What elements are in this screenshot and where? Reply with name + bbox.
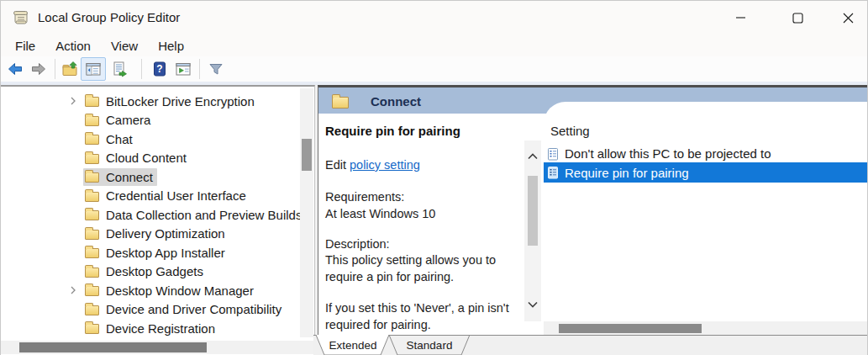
- tab-extended[interactable]: Extended: [316, 335, 389, 355]
- tab-standard[interactable]: Standard: [389, 335, 470, 355]
- folder-icon: [85, 286, 99, 296]
- settings-list-surface: [544, 102, 868, 337]
- requirements-value: At least Windows 10: [325, 206, 531, 223]
- minimize-icon: [736, 13, 746, 23]
- maximize-icon: [792, 13, 803, 24]
- description-paragraph-1: This policy setting allows you to requir…: [325, 252, 531, 285]
- help-icon: ?: [151, 61, 168, 77]
- folder-icon: [85, 268, 99, 278]
- console-tree-icon: [85, 61, 102, 77]
- tree-item-desktop-gadgets[interactable]: Desktop Gadgets: [1, 262, 300, 282]
- local-group-policy-editor-window: Local Group Policy Editor File Action Vi…: [0, 0, 868, 355]
- menu-action[interactable]: Action: [53, 38, 93, 54]
- toolbar-separator: [199, 59, 200, 79]
- requirements-label: Requirements:: [325, 189, 531, 206]
- list-hscroll-thumb[interactable]: [559, 324, 702, 333]
- policy-setting-link[interactable]: policy setting: [350, 158, 420, 172]
- tree-item-chat[interactable]: Chat: [1, 130, 300, 149]
- tree-list: BitLocker Drive Encryption Camera Chat C…: [1, 92, 300, 338]
- selected-policy-title: Require pin for pairing: [325, 124, 460, 138]
- selected-tree-highlight: Connect: [83, 168, 157, 186]
- policy-doc-icon: [546, 166, 560, 179]
- tree-hscroll-thumb[interactable]: [19, 342, 207, 352]
- view-tabs: Extended Standard: [313, 335, 490, 355]
- toolbar-separator: [141, 59, 142, 79]
- forward-button[interactable]: [29, 60, 48, 78]
- minimize-button[interactable]: [722, 1, 760, 34]
- folder-icon: [85, 154, 99, 164]
- scroll-up-icon[interactable]: [528, 153, 538, 160]
- description-label: Description:: [325, 236, 531, 253]
- edit-policy-line: Edit policy setting: [325, 158, 420, 172]
- tree-item-camera[interactable]: Camera: [1, 111, 300, 130]
- folder-icon: [85, 97, 99, 107]
- folder-icon: [85, 210, 99, 220]
- setting-row-require-pin-selected[interactable]: Require pin for pairing: [544, 162, 868, 183]
- band-title: Connect: [371, 94, 421, 109]
- tree-item-data-collection[interactable]: Data Collection and Preview Builds: [1, 205, 300, 225]
- folder-icon: [85, 305, 99, 315]
- expand-chevron-icon[interactable]: [70, 285, 76, 295]
- filter-button[interactable]: [207, 60, 225, 78]
- tree-item-delivery-optimization[interactable]: Delivery Optimization: [1, 225, 300, 244]
- description-paragraph-2: If you set this to 'Never', a pin isn't …: [325, 300, 531, 333]
- maximize-button[interactable]: [778, 1, 817, 34]
- folder-icon: [85, 116, 99, 126]
- menu-view[interactable]: View: [108, 38, 140, 54]
- expand-chevron-icon[interactable]: [70, 96, 76, 106]
- close-button[interactable]: [829, 1, 867, 34]
- tree-item-credential-user-interface[interactable]: Credential User Interface: [1, 187, 300, 206]
- tree-item-device-driver-compatibility[interactable]: Device and Driver Compatibility: [1, 300, 300, 320]
- folder-icon: [85, 192, 99, 202]
- edit-prefix: Edit: [325, 158, 350, 172]
- setting-column-header[interactable]: Setting: [550, 124, 590, 138]
- svg-text:Standard: Standard: [407, 339, 453, 352]
- setting-row-dont-allow-projection[interactable]: Don't allow this PC to be projected to: [546, 145, 771, 162]
- tree-item-desktop-window-manager[interactable]: Desktop Window Manager: [1, 281, 300, 300]
- svg-text:?: ?: [156, 63, 162, 75]
- policy-doc-icon: [546, 147, 560, 161]
- tree-item-device-registration[interactable]: Device Registration: [1, 319, 300, 338]
- folder-icon: [85, 135, 99, 145]
- forward-icon: [30, 61, 47, 77]
- folder-icon: [85, 324, 99, 334]
- help-button[interactable]: ?: [150, 60, 169, 78]
- gpedit-scroll-icon: [12, 8, 30, 27]
- tree-item-cloud-content[interactable]: Cloud Content: [1, 149, 300, 168]
- description-vscroll-thumb[interactable]: [528, 176, 538, 246]
- back-icon: [7, 61, 24, 77]
- export-list-button[interactable]: [111, 60, 129, 78]
- console-tree-button[interactable]: [81, 57, 106, 81]
- svg-text:Extended: Extended: [329, 339, 376, 352]
- up-folder-icon: [61, 61, 78, 77]
- extended-pane-button[interactable]: [174, 60, 192, 78]
- export-list-icon: [112, 61, 129, 77]
- result-pane: Connect Require pin for pairing Edit pol…: [318, 85, 868, 355]
- menu-help[interactable]: Help: [155, 38, 187, 54]
- tree-horizontal-scrollbar[interactable]: [1, 341, 314, 354]
- tree-item-bitlocker[interactable]: BitLocker Drive Encryption: [1, 92, 300, 111]
- extended-pane-icon: [175, 61, 192, 77]
- up-folder-button[interactable]: [60, 60, 79, 78]
- scroll-down-icon[interactable]: [528, 301, 538, 308]
- filter-icon: [208, 61, 224, 77]
- folder-icon: [85, 230, 99, 240]
- folder-icon: [85, 172, 99, 183]
- tree-item-connect[interactable]: Connect: [1, 167, 300, 187]
- window-title: Local Group Policy Editor: [38, 10, 180, 24]
- menu-file[interactable]: File: [13, 38, 38, 54]
- close-icon: [843, 13, 854, 24]
- folder-icon: [85, 248, 99, 258]
- console-tree-pane: BitLocker Drive Encryption Camera Chat C…: [1, 85, 315, 355]
- folder-icon: [332, 97, 349, 109]
- tree-vertical-scrollbar[interactable]: [300, 88, 313, 337]
- requirements-block: Requirements: At least Windows 10: [325, 189, 531, 222]
- title-bar: Local Group Policy Editor: [1, 1, 867, 34]
- back-button[interactable]: [6, 60, 24, 78]
- description-vertical-scrollbar[interactable]: [524, 140, 541, 321]
- tree-vscroll-thumb[interactable]: [302, 139, 312, 171]
- tree-item-desktop-app-installer[interactable]: Desktop App Installer: [1, 243, 300, 262]
- toolbar-separator: [55, 59, 55, 79]
- toolbar: ?: [1, 56, 867, 82]
- menu-bar: File Action View Help: [1, 34, 867, 56]
